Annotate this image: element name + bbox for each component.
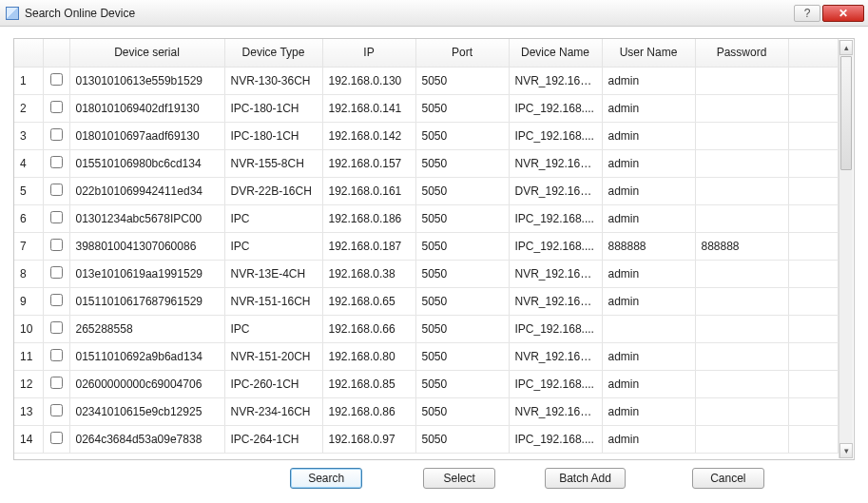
select-button[interactable]: Select xyxy=(423,468,495,489)
col-type[interactable]: Device Type xyxy=(224,39,322,67)
table-row[interactable]: 4015510106980bc6cd134NVR-155-8CH192.168.… xyxy=(14,149,839,177)
cell-device-name: NVR_192.168.... xyxy=(509,260,602,287)
table-row[interactable]: 73988010041307060086IPC192.168.0.1875050… xyxy=(14,232,839,260)
col-device-name[interactable]: Device Name xyxy=(509,39,602,67)
window-title: Search Online Device xyxy=(25,7,792,20)
cell-type: IPC xyxy=(224,204,322,232)
cell-serial: 02341010615e9cb12925 xyxy=(69,397,224,425)
help-button[interactable]: ? xyxy=(794,5,820,22)
scroll-thumb[interactable] xyxy=(840,56,852,170)
col-password[interactable]: Password xyxy=(695,39,788,67)
col-port[interactable]: Port xyxy=(415,39,509,67)
table-row[interactable]: 10265288558IPC192.168.0.665050IPC_192.16… xyxy=(14,315,839,342)
cell-index: 11 xyxy=(14,342,43,370)
table-row[interactable]: 20180101069402df19130IPC-180-1CH192.168.… xyxy=(14,94,839,122)
cell-ip: 192.168.0.157 xyxy=(322,149,415,177)
batch-add-button[interactable]: Batch Add xyxy=(545,468,626,489)
cell-tail xyxy=(788,287,839,315)
cell-ip: 192.168.0.80 xyxy=(322,342,415,370)
cell-device-name: IPC_192.168.... xyxy=(509,122,602,149)
cell-checkbox xyxy=(43,370,69,397)
cell-port: 5050 xyxy=(415,149,509,177)
row-checkbox[interactable] xyxy=(50,128,63,141)
cell-user-name: 888888 xyxy=(602,232,695,260)
cell-port: 5050 xyxy=(415,370,509,397)
cell-tail xyxy=(788,149,839,177)
table-row[interactable]: 5022b101069942411ed34DVR-22B-16CH192.168… xyxy=(14,177,839,204)
cell-ip: 192.168.0.141 xyxy=(322,94,415,122)
cell-device-name: NVR_192.168.... xyxy=(509,67,602,94)
cell-index: 10 xyxy=(14,315,43,342)
col-serial[interactable]: Device serial xyxy=(69,39,224,67)
table-row[interactable]: 901511010617687961529NVR-151-16CH192.168… xyxy=(14,287,839,315)
cell-port: 5050 xyxy=(415,425,509,453)
row-checkbox[interactable] xyxy=(50,404,63,416)
cell-type: IPC-264-1CH xyxy=(224,425,322,453)
row-checkbox[interactable] xyxy=(50,73,63,86)
cell-checkbox xyxy=(43,149,69,177)
table-row[interactable]: 601301234abc5678IPC00IPC192.168.0.186505… xyxy=(14,204,839,232)
row-checkbox[interactable] xyxy=(50,377,63,389)
cell-ip: 192.168.0.130 xyxy=(322,67,415,94)
cell-user-name: admin xyxy=(602,204,695,232)
cell-password xyxy=(695,425,788,453)
cell-serial: 022b101069942411ed34 xyxy=(69,177,224,204)
cell-index: 3 xyxy=(14,122,43,149)
cell-tail xyxy=(788,232,839,260)
cell-tail xyxy=(788,260,839,287)
col-index[interactable] xyxy=(14,39,43,67)
col-ip[interactable]: IP xyxy=(322,39,415,67)
scroll-down-arrow-icon[interactable]: ▾ xyxy=(839,443,853,458)
cell-user-name: admin xyxy=(602,287,695,315)
cell-user-name: admin xyxy=(602,260,695,287)
row-checkbox[interactable] xyxy=(50,266,63,279)
cell-tail xyxy=(788,94,839,122)
table-row[interactable]: 1202600000000c69004706IPC-260-1CH192.168… xyxy=(14,370,839,397)
row-checkbox[interactable] xyxy=(50,156,63,168)
dialog-footer: Search Select Batch Add Cancel xyxy=(13,468,855,489)
search-button[interactable]: Search xyxy=(290,468,362,489)
row-checkbox[interactable] xyxy=(50,294,63,306)
col-user-name[interactable]: User Name xyxy=(602,39,695,67)
table-row[interactable]: 8013e1010619aa1991529NVR-13E-4CH192.168.… xyxy=(14,260,839,287)
cell-user-name: admin xyxy=(602,425,695,453)
cell-index: 1 xyxy=(14,67,43,94)
table-row[interactable]: 140264c3684d53a09e7838IPC-264-1CH192.168… xyxy=(14,425,839,453)
cell-checkbox xyxy=(43,425,69,453)
cell-device-name: NVR_192.168.... xyxy=(509,397,602,425)
cell-tail xyxy=(788,204,839,232)
cell-ip: 192.168.0.86 xyxy=(322,397,415,425)
col-checkbox[interactable] xyxy=(43,39,69,67)
cell-port: 5050 xyxy=(415,397,509,425)
row-checkbox[interactable] xyxy=(50,184,63,196)
vertical-scrollbar[interactable]: ▴ ▾ xyxy=(839,40,853,458)
table-row[interactable]: 101301010613e559b1529NVR-130-36CH192.168… xyxy=(14,67,839,94)
row-checkbox[interactable] xyxy=(50,432,63,444)
table-row[interactable]: 301801010697aadf69130IPC-180-1CH192.168.… xyxy=(14,122,839,149)
cell-index: 7 xyxy=(14,232,43,260)
close-button[interactable]: ✕ xyxy=(822,5,864,22)
cancel-button[interactable]: Cancel xyxy=(692,468,764,489)
cell-ip: 192.168.0.85 xyxy=(322,370,415,397)
scroll-up-arrow-icon[interactable]: ▴ xyxy=(839,40,853,55)
cell-user-name: admin xyxy=(602,122,695,149)
cell-ip: 192.168.0.66 xyxy=(322,315,415,342)
cell-user-name: admin xyxy=(602,67,695,94)
cell-user-name: admin xyxy=(602,94,695,122)
app-icon xyxy=(6,7,19,20)
row-checkbox[interactable] xyxy=(50,321,63,334)
row-checkbox[interactable] xyxy=(50,349,63,361)
cell-password xyxy=(695,177,788,204)
row-checkbox[interactable] xyxy=(50,239,63,251)
table-row[interactable]: 1101511010692a9b6ad134NVR-151-20CH192.16… xyxy=(14,342,839,370)
cell-type: IPC xyxy=(224,232,322,260)
row-checkbox[interactable] xyxy=(50,211,63,223)
cell-password xyxy=(695,149,788,177)
table-row[interactable]: 1302341010615e9cb12925NVR-234-16CH192.16… xyxy=(14,397,839,425)
cell-device-name: NVR_192.168.... xyxy=(509,287,602,315)
cell-device-name: IPC_192.168.... xyxy=(509,370,602,397)
scroll-track[interactable] xyxy=(839,56,853,442)
row-checkbox[interactable] xyxy=(50,101,63,113)
cell-index: 5 xyxy=(14,177,43,204)
cell-type: NVR-130-36CH xyxy=(224,67,322,94)
